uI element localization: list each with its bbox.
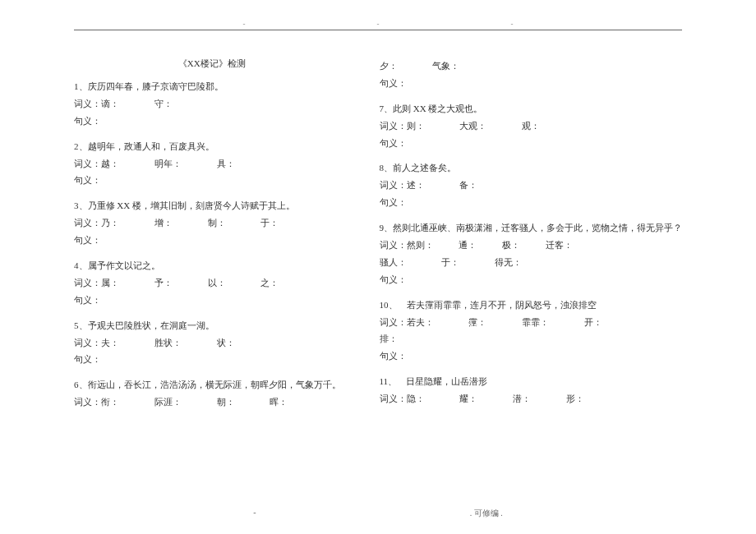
meaning-line: 句义： [74, 172, 350, 189]
def: 胜状： [154, 338, 182, 348]
meaning-line: 句义： [380, 194, 683, 211]
header-mark: - [511, 20, 514, 28]
header-mark: - [243, 20, 246, 28]
def: 排： [380, 334, 398, 343]
question-block: 4、属予作文以记之。 词义：属： 予： 以： 之： 句义： [74, 257, 350, 309]
def: 词义：述： [380, 180, 425, 190]
def: 词义：谪： [74, 99, 119, 108]
question-block: 2、越明年，政通人和，百废具兴。 词义：越： 明年： 具： 句义： [74, 138, 350, 190]
right-column: 夕： 气象： 句义： 7、此则 XX 楼之大观也。 词义：则： 大观： 观： 句… [380, 58, 683, 416]
footer-right: . 可修编 . [470, 508, 503, 519]
def: 词义：乃： [74, 218, 119, 228]
question-text: 8、前人之述备矣。 [380, 159, 683, 177]
def: 形： [566, 394, 584, 403]
def: 霏霏： [522, 317, 549, 327]
definition-line: 词义：然则： 通： 极： 迁客： [380, 237, 683, 254]
def: 于： [260, 218, 279, 228]
meaning-line: 句义： [380, 135, 683, 152]
question-text: 1、庆历四年春，膝子京谪守巴陵郡。 [74, 78, 350, 95]
meaning-line: 句义： [380, 75, 683, 92]
definition-line: 词义：隐： 耀： 潜： 形： [380, 390, 683, 407]
header-marks: - - - [0, 20, 756, 28]
definition-line: 夕： 气象： [380, 58, 683, 75]
question-text: 3、乃重修 XX 楼，增其旧制，刻唐贤今人诗赋于其上。 [74, 197, 350, 214]
def: 增： [154, 218, 173, 228]
question-block: 5、予观夫巴陵胜状，在洞庭一湖。 词义：夫： 胜状： 状： 句义： [74, 317, 350, 369]
def: 予： [154, 278, 173, 288]
def: 潜： [513, 394, 531, 403]
definition-line: 词义：越： 明年： 具： [74, 155, 350, 173]
def: 耀： [459, 394, 477, 403]
question-block: 6、衔远山，吞长江，浩浩汤汤，横无际涯，朝晖夕阳，气象万千。 词义：衔： 际涯：… [74, 376, 350, 411]
def: 夕： [380, 61, 398, 71]
def: 得无： [495, 257, 522, 267]
def: 通： [459, 240, 477, 250]
def: 词义：夫： [74, 338, 119, 348]
meaning-line: 句义： [74, 292, 350, 309]
definition-line: 词义：则： 大观： 观： [380, 117, 683, 135]
question-block: 11、 日星隐耀，山岳潜形 词义：隐： 耀： 潜： 形： [380, 373, 683, 407]
definition-line: 词义：若夫： 霪： 霏霏： 开： [380, 314, 683, 331]
question-text: 5、予观夫巴陵胜状，在洞庭一湖。 [74, 317, 350, 334]
question-text: 10、 若夫霪雨霏霏，连月不开，阴风怒号，浊浪排空 [380, 297, 683, 314]
header-mark: - [377, 20, 380, 28]
definition-line: 词义：乃： 增： 制： 于： [74, 214, 350, 232]
question-block: 9、然则北通巫峡、南极潇湘，迁客骚人，多会于此，览物之情，得无异乎？ 词义：然则… [380, 219, 683, 288]
header-rule [74, 30, 682, 30]
def: 骚人： [380, 257, 407, 267]
meaning-line: 句义： [380, 271, 683, 288]
footer-left: - [253, 508, 256, 519]
question-block: 7、此则 XX 楼之大观也。 词义：则： 大观： 观： 句义： [380, 100, 683, 152]
def: 以： [208, 278, 226, 288]
question-block: 10、 若夫霪雨霏霏，连月不开，阴风怒号，浊浪排空 词义：若夫： 霪： 霏霏： … [380, 297, 683, 366]
def: 际涯： [154, 397, 182, 407]
meaning-line: 句义： [380, 348, 683, 365]
question-block: 3、乃重修 XX 楼，增其旧制，刻唐贤今人诗赋于其上。 词义：乃： 增： 制： … [74, 197, 350, 249]
def: 极： [502, 240, 520, 250]
def: 词义：衔： [74, 397, 119, 407]
meaning-line: 句义： [74, 113, 350, 130]
question-block: 夕： 气象： 句义： [380, 58, 683, 92]
def: 之： [260, 278, 279, 288]
question-block: 1、庆历四年春，膝子京谪守巴陵郡。 词义：谪： 守： 句义： [74, 78, 350, 130]
def: 词义：则： [380, 121, 425, 131]
question-text: 7、此则 XX 楼之大观也。 [380, 100, 683, 117]
question-block: 8、前人之述备矣。 词义：述： 备： 句义： [380, 159, 683, 211]
def: 晖： [270, 397, 288, 407]
def: 词义：隐： [380, 394, 425, 403]
def: 守： [154, 99, 173, 108]
def: 词义：越： [74, 159, 119, 168]
def: 观： [522, 121, 540, 131]
definition-line: 词义：述： 备： [380, 177, 683, 194]
question-text: 2、越明年，政通人和，百废具兴。 [74, 138, 350, 155]
def: 开： [584, 317, 602, 327]
left-column: 《XX楼记》检测 1、庆历四年春，膝子京谪守巴陵郡。 词义：谪： 守： 句义： … [74, 58, 350, 416]
footer: - . 可修编 . [0, 508, 756, 519]
meaning-line: 句义： [74, 232, 350, 249]
question-text: 4、属予作文以记之。 [74, 257, 350, 274]
def: 霪： [468, 317, 486, 327]
definition-line: 词义：属： 予： 以： 之： [74, 274, 350, 292]
definition-line: 排： [380, 330, 683, 348]
definition-line: 骚人： 于： 得无： [380, 254, 683, 271]
meaning-line: 句义： [74, 351, 350, 368]
question-text: 6、衔远山，吞长江，浩浩汤汤，横无际涯，朝晖夕阳，气象万千。 [74, 376, 350, 394]
question-text: 11、 日星隐耀，山岳潜形 [380, 373, 683, 390]
definition-line: 词义：衔： 际涯： 朝： 晖： [74, 394, 350, 411]
def: 具： [217, 159, 235, 168]
document-title: 《XX楼记》检测 [178, 58, 246, 68]
def: 词义：若夫： [380, 317, 434, 327]
def: 制： [208, 218, 226, 228]
def: 朝： [217, 397, 235, 407]
definition-line: 词义：谪： 守： [74, 95, 350, 113]
def: 词义：然则： [380, 240, 434, 250]
def: 于： [441, 257, 459, 267]
def: 迁客： [546, 240, 573, 250]
def: 明年： [154, 159, 182, 168]
def: 词义：属： [74, 278, 119, 288]
question-text: 9、然则北通巫峡、南极潇湘，迁客骚人，多会于此，览物之情，得无异乎？ [380, 219, 683, 237]
def: 状： [217, 338, 235, 348]
def: 大观： [459, 121, 486, 131]
content-columns: 《XX楼记》检测 1、庆历四年春，膝子京谪守巴陵郡。 词义：谪： 守： 句义： … [74, 58, 682, 416]
definition-line: 词义：夫： 胜状： 状： [74, 334, 350, 352]
